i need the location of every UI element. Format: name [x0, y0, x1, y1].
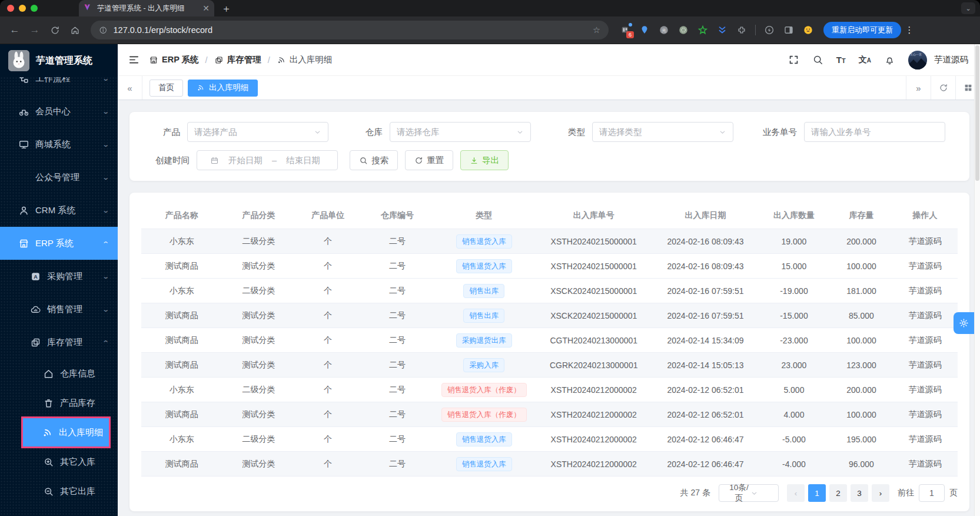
- table-row: 小东东二级分类个二号销售退货入库XSTH202402120000022024-0…: [141, 427, 958, 452]
- breadcrumb-item-1[interactable]: 库存管理: [214, 54, 261, 65]
- cell-unit: 个: [295, 409, 361, 420]
- breadcrumb-item-0[interactable]: ERP 系统: [149, 54, 199, 65]
- warehouse-select[interactable]: 请选择仓库: [390, 122, 531, 142]
- ext-coin-icon[interactable]: 光: [658, 24, 670, 36]
- export-button[interactable]: 导出: [460, 150, 509, 170]
- back-icon[interactable]: ←: [6, 21, 24, 39]
- type-placeholder: 请选择类型: [599, 127, 719, 138]
- window-zoom-button[interactable]: [31, 5, 38, 12]
- sidebar-item-3[interactable]: 公众号管理⌄: [0, 161, 118, 194]
- tab-close-icon[interactable]: ✕: [202, 4, 210, 13]
- cell-category: 二级分类: [222, 385, 295, 395]
- menu-fold-icon[interactable]: [128, 54, 139, 65]
- bookmark-star-icon[interactable]: ☆: [593, 25, 600, 35]
- sidebar-item-5[interactable]: ERP 系统⌄: [0, 227, 118, 260]
- ext-pinned-icon[interactable]: 6: [619, 24, 631, 36]
- page-button-1[interactable]: 1: [808, 484, 826, 502]
- sidebar-item-9[interactable]: 仓库信息: [0, 359, 118, 388]
- font-size-icon[interactable]: TT: [836, 55, 846, 65]
- date-range-input[interactable]: 开始日期 – 结束日期: [197, 150, 338, 170]
- ext-chevrons-icon[interactable]: [716, 24, 728, 36]
- fullscreen-icon[interactable]: [788, 54, 799, 65]
- bell-icon[interactable]: [884, 54, 895, 65]
- page-tab-0[interactable]: 首页: [150, 80, 183, 97]
- sidebar-item-7[interactable]: 销售管理⌄: [0, 293, 118, 326]
- side-panel-icon[interactable]: [783, 24, 795, 36]
- tags-scroll-right-icon[interactable]: »: [906, 76, 931, 100]
- smiley-icon[interactable]: [802, 24, 814, 36]
- sidebar-item-4[interactable]: CRM 系统⌄: [0, 194, 118, 227]
- page-tab-1[interactable]: 出入库明细: [188, 80, 258, 97]
- record-table-card: 产品名称产品分类产品单位仓库编号类型出入库单号出入库日期出入库数量库存量操作人 …: [129, 193, 969, 511]
- site-info-icon[interactable]: [99, 26, 108, 35]
- page-button-3[interactable]: 3: [851, 484, 868, 502]
- sidebar-item-8[interactable]: 库存管理⌄: [0, 326, 118, 359]
- home-icon: [42, 368, 54, 379]
- product-select[interactable]: 请选择产品: [187, 122, 328, 142]
- search-icon[interactable]: [812, 54, 823, 65]
- sidebar-item-12[interactable]: 其它入库: [0, 447, 118, 477]
- cell-order_no: XSCK20240215000001: [534, 311, 653, 320]
- app-logo-row[interactable]: 芋道管理系统: [0, 44, 118, 77]
- reset-button[interactable]: 重置: [405, 150, 453, 170]
- chevron-down-icon: [719, 128, 726, 136]
- prev-page-icon[interactable]: ‹: [787, 484, 805, 502]
- cell-warehouse: 二号: [361, 335, 434, 346]
- goto-page-input[interactable]: [919, 484, 945, 502]
- cell-operator: 芋道源码: [892, 310, 958, 321]
- next-page-icon[interactable]: ›: [872, 484, 889, 502]
- sidebar-item-11[interactable]: 出入库明细: [22, 418, 109, 447]
- sidebar-item-6[interactable]: A采购管理⌄: [0, 260, 118, 293]
- translate-icon[interactable]: 文A: [859, 55, 871, 65]
- sidebar-item-2[interactable]: 商城系统⌄: [0, 128, 118, 161]
- tab-search-button[interactable]: ⌄: [961, 2, 975, 14]
- cell-product: 小东东: [141, 434, 222, 445]
- type-label: 类型: [551, 127, 585, 138]
- cell-qty: -4.000: [758, 459, 830, 469]
- svg-text:文心一言: 文心一言: [910, 52, 922, 56]
- browser-update-button[interactable]: 重新启动即可更新: [823, 22, 901, 38]
- sidebar-item-1[interactable]: 会员中心⌄: [0, 95, 118, 128]
- cell-qty: 15.000: [758, 262, 830, 271]
- table-body: 小东东二级分类个二号销售退货入库XSTH202402150000012024-0…: [141, 229, 958, 477]
- puzzle-icon[interactable]: [736, 24, 748, 36]
- ext-circle-icon[interactable]: [677, 24, 689, 36]
- sidebar-item-13[interactable]: 其它出库: [0, 477, 118, 506]
- browser-tab[interactable]: 芋道管理系统 - 出入库明细 ✕: [79, 0, 214, 16]
- ext-balloon-icon[interactable]: [639, 24, 650, 36]
- username[interactable]: 芋道源码: [934, 54, 968, 65]
- breadcrumb-item-2[interactable]: 出入库明细: [277, 54, 333, 65]
- type-select[interactable]: 请选择类型: [592, 122, 733, 142]
- biz-no-input[interactable]: 请输入业务单号: [804, 122, 945, 142]
- cell-type: 销售退货入库: [434, 259, 534, 273]
- forward-icon[interactable]: →: [26, 21, 44, 39]
- column-header: 产品分类: [222, 210, 295, 221]
- tags-refresh-icon[interactable]: [931, 76, 955, 100]
- reload-icon[interactable]: [46, 21, 64, 39]
- sidebar-item-label: 产品库存: [60, 398, 95, 409]
- search-button[interactable]: 搜索: [350, 150, 398, 170]
- cell-operator: 芋道源码: [892, 261, 958, 272]
- new-tab-button[interactable]: ＋: [221, 2, 231, 15]
- cell-stock: 123.000: [830, 360, 892, 370]
- window-close-button[interactable]: [7, 5, 14, 12]
- scrollbar-thumb[interactable]: [975, 45, 979, 181]
- cell-product: 测试商品: [141, 310, 222, 321]
- ext-green-star-icon[interactable]: [697, 24, 709, 36]
- address-bar[interactable]: 127.0.0.1/erp/stock/record ☆: [91, 21, 609, 39]
- settings-gear-button[interactable]: [954, 312, 974, 334]
- page-size-select[interactable]: 10条/页: [719, 484, 779, 502]
- home-icon-browser[interactable]: [66, 21, 84, 39]
- page-button-2[interactable]: 2: [829, 484, 847, 502]
- page-tab-label: 首页: [158, 82, 174, 93]
- calendar-icon: [210, 156, 219, 165]
- browser-menu-icon[interactable]: ⋮: [903, 25, 915, 35]
- cell-date: 2024-02-12 06:52:01: [653, 410, 758, 419]
- cell-category: 测试分类: [222, 335, 295, 346]
- page-scrollbar[interactable]: [974, 44, 980, 516]
- window-minimize-button[interactable]: [19, 5, 26, 12]
- avatar[interactable]: 文心一言: [908, 51, 927, 70]
- battery-icon[interactable]: [763, 24, 775, 36]
- sidebar-item-10[interactable]: 产品库存: [0, 388, 118, 418]
- tags-scroll-left-icon[interactable]: «: [118, 76, 142, 100]
